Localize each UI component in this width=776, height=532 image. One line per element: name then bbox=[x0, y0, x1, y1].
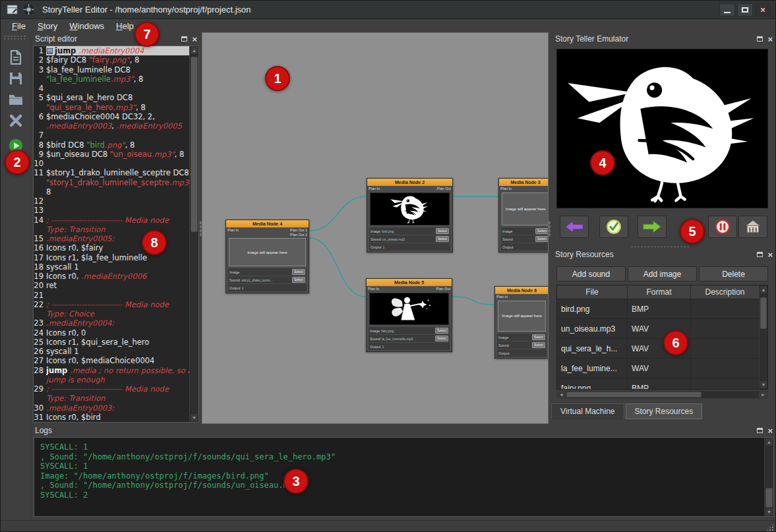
menu-item-story[interactable]: Story bbox=[32, 20, 63, 32]
code-line[interactable]: 8 bbox=[34, 187, 189, 196]
graph-node[interactable]: Media Node 2Plan InPlan OutImagebird.png… bbox=[367, 178, 453, 252]
scroll-down-icon[interactable]: ▼ bbox=[760, 380, 767, 389]
logs-scrollbar-thumb[interactable] bbox=[765, 488, 773, 508]
graph-node[interactable]: Media Node 6Plan InImage will appear her… bbox=[494, 286, 549, 359]
node-input-pin[interactable]: Plan In bbox=[500, 187, 512, 191]
save-button[interactable] bbox=[6, 69, 26, 88]
node-title-bar[interactable]: Media Node 5 bbox=[367, 279, 452, 286]
code-line[interactable]: 10 bbox=[34, 159, 189, 168]
node-select-button[interactable]: Select bbox=[435, 328, 448, 334]
node-select-button[interactable]: Select bbox=[535, 228, 549, 234]
graph-node[interactable]: Media Node 4Plan InPlan Out 1 Plan Out 2… bbox=[225, 220, 309, 293]
code-line[interactable]: 30.mediaEntry0003: bbox=[34, 403, 189, 413]
table-scrollbar-thumb[interactable] bbox=[760, 297, 767, 329]
table-horizontal-scrollbar[interactable]: ◄ ► bbox=[556, 390, 768, 399]
close-panel-icon[interactable]: × bbox=[767, 427, 773, 435]
graph-node[interactable]: Media Node 5Plan InPlan OutImagefairy.pn… bbox=[366, 278, 452, 352]
scroll-up-icon[interactable]: ▲ bbox=[765, 438, 773, 446]
code-line[interactable]: 13 bbox=[34, 206, 189, 215]
code-line[interactable]: Type: Transition bbox=[34, 225, 189, 234]
scroll-left-icon[interactable]: ◄ bbox=[557, 391, 566, 398]
close-panel-icon[interactable]: × bbox=[767, 35, 773, 44]
emulator-pause-button[interactable] bbox=[708, 216, 737, 238]
column-header-file[interactable]: File bbox=[557, 285, 628, 299]
float-panel-icon[interactable] bbox=[757, 252, 763, 257]
node-select-button[interactable]: Select bbox=[535, 236, 549, 242]
node-select-button[interactable]: Select bbox=[532, 342, 545, 348]
code-line[interactable]: 6$mediaChoice0004 DC32, 2, bbox=[34, 112, 189, 121]
code-line[interactable]: 3$la_fee_luminelle DC8 bbox=[34, 65, 189, 74]
node-input-pin[interactable]: Plan In bbox=[496, 295, 508, 299]
emulator-back-button[interactable] bbox=[560, 216, 589, 238]
code-line[interactable]: 31Icons r0, $bird bbox=[34, 413, 189, 422]
scroll-up-icon[interactable]: ▲ bbox=[760, 285, 767, 294]
code-line[interactable]: jump is enough bbox=[34, 375, 189, 384]
tab-story-resources[interactable]: Story Resources bbox=[626, 403, 703, 419]
hscrollbar-thumb[interactable] bbox=[566, 392, 701, 398]
code-line[interactable]: 18syscall 1 bbox=[34, 262, 189, 272]
toolbar-grip[interactable] bbox=[3, 35, 26, 40]
code-line[interactable]: 17Icons r1, $la_fee_luminelle bbox=[34, 253, 189, 262]
node-select-button[interactable]: Select bbox=[435, 336, 448, 341]
emulator-next-button[interactable] bbox=[638, 216, 667, 238]
editor-scrollbar[interactable]: ▲ ▼ bbox=[189, 46, 198, 422]
scroll-right-icon[interactable]: ► bbox=[759, 391, 767, 398]
splitter-grip[interactable] bbox=[549, 221, 551, 237]
column-header-description[interactable]: Description bbox=[691, 285, 759, 299]
table-row[interactable]: qui_sera_le_h...WAV bbox=[557, 339, 759, 359]
code-line[interactable]: .mediaEntry0003, .mediaEntry0005 bbox=[34, 121, 189, 131]
scroll-up-icon[interactable]: ▲ bbox=[190, 46, 198, 55]
node-output-pin[interactable]: Plan Out bbox=[436, 287, 450, 291]
code-line[interactable]: 2$fairy DC8 "fairy.png", 8 bbox=[34, 55, 189, 65]
code-line[interactable]: 8$bird DC8 "bird.png", 8 bbox=[34, 140, 189, 150]
node-select-button[interactable]: Select bbox=[532, 334, 545, 340]
float-panel-icon[interactable] bbox=[757, 428, 763, 433]
emulator-ok-button[interactable] bbox=[599, 216, 628, 238]
code-line[interactable]: 7 bbox=[34, 131, 189, 140]
open-button[interactable] bbox=[6, 90, 26, 109]
node-graph-canvas[interactable]: Media Node 4Plan InPlan Out 1 Plan Out 2… bbox=[202, 32, 549, 424]
node-select-button[interactable]: Select bbox=[436, 236, 449, 242]
node-output-pin[interactable]: Plan Out 1 Plan Out 2 bbox=[290, 228, 307, 237]
float-panel-icon[interactable] bbox=[757, 36, 763, 42]
close-button[interactable]: × bbox=[755, 3, 771, 16]
menu-item-file[interactable]: File bbox=[6, 20, 32, 32]
node-select-button[interactable]: Select bbox=[292, 269, 305, 275]
code-line[interactable]: 25Icons r1, $qui_sera_le_hero bbox=[34, 338, 189, 347]
code-line[interactable]: 27Icons r0, $mediaChoice0004 bbox=[34, 356, 189, 365]
resize-grip[interactable] bbox=[766, 523, 774, 531]
splitter-grip[interactable] bbox=[388, 423, 418, 425]
logs-content[interactable]: SYSCALL: 1, Sound: "/home/anthony/ostpro… bbox=[34, 437, 774, 517]
table-row[interactable]: fairy.pngBMP bbox=[557, 378, 759, 389]
table-row[interactable]: un_oiseau.mp3WAV bbox=[557, 319, 759, 339]
node-title-bar[interactable]: Media Node 6 bbox=[495, 287, 549, 294]
node-title-bar[interactable]: Media Node 3 bbox=[499, 179, 549, 186]
code-line[interactable]: 28jump .media ; no return possible, so a bbox=[34, 366, 189, 375]
code-line[interactable]: 14; -------------------------- Media nod… bbox=[34, 216, 189, 225]
code-line[interactable]: Type: Transition bbox=[34, 394, 189, 403]
code-line[interactable]: "qui_sera_le_hero.mp3", 8 bbox=[34, 103, 189, 112]
float-panel-icon[interactable] bbox=[181, 36, 187, 42]
code-line[interactable]: 11$story1_drako_luminelle_sceptre DC8 bbox=[34, 168, 189, 177]
node-title-bar[interactable]: Media Node 2 bbox=[367, 179, 452, 186]
code-line[interactable]: Type: Choice bbox=[34, 309, 189, 318]
code-line[interactable]: 4 bbox=[34, 84, 189, 93]
emulator-home-button[interactable] bbox=[738, 216, 767, 238]
node-output-pin[interactable]: Plan Out bbox=[437, 187, 451, 191]
code-line[interactable]: 24Icons r0, 0 bbox=[34, 328, 189, 338]
code-line[interactable]: 20ret bbox=[34, 281, 189, 290]
code-editor[interactable]: 1jump .mediaEntry00042$fairy DC8 "fairy.… bbox=[33, 45, 199, 423]
splitter-grip[interactable] bbox=[200, 221, 202, 237]
code-line[interactable]: 21 bbox=[34, 291, 189, 300]
add-sound-button[interactable]: Add sound bbox=[556, 266, 626, 281]
scroll-down-icon[interactable]: ▼ bbox=[190, 413, 198, 422]
code-line[interactable]: 19Icons r0, .mediaEntry0006 bbox=[34, 272, 189, 281]
table-row[interactable]: bird.pngBMP bbox=[557, 299, 759, 319]
code-line[interactable]: 23.mediaEntry0004: bbox=[34, 318, 189, 328]
editor-scrollbar-thumb[interactable] bbox=[191, 57, 198, 232]
code-line[interactable]: 26syscall 1 bbox=[34, 347, 189, 356]
node-input-pin[interactable]: Plan In bbox=[227, 228, 239, 237]
close-panel-icon[interactable]: × bbox=[767, 251, 773, 259]
node-input-pin[interactable]: Plan In bbox=[368, 287, 379, 291]
node-input-pin[interactable]: Plan In bbox=[369, 187, 380, 191]
